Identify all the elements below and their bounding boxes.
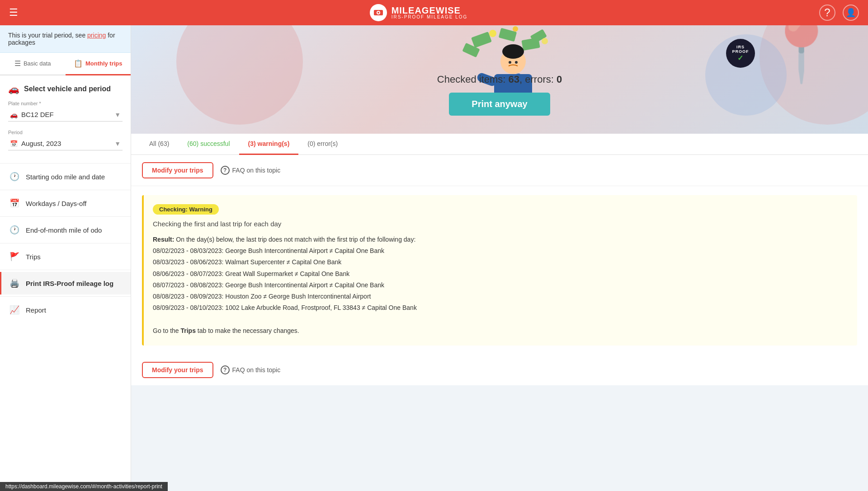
svg-point-12: [502, 44, 524, 59]
modify-trips-button-bottom[interactable]: Modify your trips: [142, 362, 213, 378]
filter-tabs: All (63) (60) successful (3) warning(s) …: [131, 134, 868, 155]
plate-select[interactable]: 🚗 BC12 DEF ▼: [8, 108, 123, 122]
warning-item-3: 08/07/2023 - 08/08/2023: George Bush Int…: [153, 281, 384, 289]
filter-warnings-label: (3) warning(s): [248, 140, 290, 147]
proof-text: PROOF: [732, 49, 749, 54]
faq-label-top: FAQ on this topic: [232, 167, 281, 174]
main-content: 📍: [131, 25, 868, 491]
print-anyway-button[interactable]: Print anyway: [449, 93, 550, 116]
sidebar-tabs: ☰ Basic data 📋 Monthly trips: [0, 53, 131, 75]
filter-tab-successful[interactable]: (60) successful: [178, 134, 239, 155]
sidebar-divider-2: [0, 190, 131, 190]
filter-successful-label: (60) successful: [187, 140, 230, 147]
period-select-inner: 📅 August, 2023: [10, 140, 61, 147]
period-chevron-icon: ▼: [114, 140, 121, 147]
footer-text-after: tab to make the necessary changes.: [196, 327, 299, 334]
warning-item-1: 08/03/2023 - 08/06/2023: Walmart Superce…: [153, 258, 341, 266]
starting-odo-label: Starting odo mile and date: [26, 173, 105, 181]
trips-tab-link[interactable]: Trips: [180, 327, 195, 334]
basic-data-tab-icon: ☰: [14, 59, 21, 68]
trips-label: Trips: [26, 253, 41, 261]
sidebar-item-starting-odo[interactable]: 🕐 Starting odo mile and date: [0, 165, 131, 188]
status-bar: https://dashboard.mileagewise.com/#/mont…: [0, 482, 168, 491]
errors-label: , errors:: [519, 74, 557, 85]
warning-item-2: 08/06/2023 - 08/07/2023: Great Wall Supe…: [153, 270, 349, 277]
hamburger-icon[interactable]: ☰: [9, 7, 18, 19]
workdays-label: Workdays / Days-off: [26, 200, 87, 207]
sidebar-divider-6: [0, 296, 131, 297]
svg-point-8: [489, 30, 496, 37]
filter-errors-label: (0) error(s): [307, 140, 338, 147]
plate-number-field: Plate number * 🚗 BC12 DEF ▼: [8, 101, 123, 122]
period-label: Period: [8, 130, 123, 135]
sidebar-nav: 🕐 Starting odo mile and date 📅 Workdays …: [0, 165, 131, 321]
svg-point-20: [509, 61, 511, 64]
warning-badge: Checking: Warning: [153, 204, 219, 215]
plate-chevron-icon: ▼: [114, 111, 121, 118]
sidebar-item-workdays[interactable]: 📅 Workdays / Days-off: [0, 192, 131, 215]
odometer-icon: 🕐: [9, 225, 19, 235]
checked-count: 63: [509, 74, 519, 85]
section-title-text: Select vehicle and period: [24, 85, 111, 93]
clock-icon: 🕐: [9, 172, 19, 182]
period-select[interactable]: 📅 August, 2023 ▼: [8, 137, 123, 150]
sidebar-item-end-of-month[interactable]: 🕐 End-of-month mile of odo: [0, 219, 131, 241]
faq-circle-icon: ?: [221, 166, 230, 175]
filter-tab-all[interactable]: All (63): [140, 134, 178, 155]
warning-section: Checking: Warning Checking the first and…: [142, 195, 857, 346]
tab-basic-data[interactable]: ☰ Basic data: [0, 53, 66, 75]
sidebar-divider-4: [0, 243, 131, 243]
car-icon: 🚗: [8, 84, 19, 94]
status-url: https://dashboard.mileagewise.com/#/mont…: [5, 483, 162, 490]
faq-link-top[interactable]: ? FAQ on this topic: [221, 166, 281, 175]
brand-sub: IRS-PROOF MILEAGE LOG: [392, 15, 468, 19]
brand-text: MILEAGEWISE IRS-PROOF MILEAGE LOG: [392, 6, 468, 19]
warning-item-4: 08/08/2023 - 08/09/2023: Houston Zoo ≠ G…: [153, 293, 371, 300]
filter-tab-errors[interactable]: (0) error(s): [298, 134, 347, 155]
footer-text-before: Go to the: [153, 327, 180, 334]
plate-select-inner: 🚗 BC12 DEF: [10, 111, 54, 118]
pricing-link[interactable]: pricing: [87, 32, 106, 39]
irs-check-icon: ✓: [737, 54, 744, 62]
warning-item-5: 08/09/2023 - 08/10/2023: 1002 Lake Arbuc…: [153, 304, 417, 311]
faq-circle-icon-bottom: ?: [221, 365, 230, 374]
bottom-action-bar: Modify your trips ? FAQ on this topic: [131, 355, 868, 385]
hero-section: 📍: [131, 25, 868, 134]
navbar-left: ☰: [9, 7, 18, 19]
navbar-right: ? 👤: [819, 5, 859, 21]
top-action-bar: Modify your trips ? FAQ on this topic: [131, 155, 868, 186]
warning-result: Result: On the day(s) below, the last tr…: [153, 234, 848, 337]
plate-value: BC12 DEF: [21, 111, 54, 118]
faq-label-bottom: FAQ on this topic: [232, 366, 281, 374]
filter-all-label: All (63): [149, 140, 169, 147]
irs-proof-badge: IRS PROOF ✓: [726, 39, 755, 68]
end-of-month-label: End-of-month mile of odo: [26, 226, 102, 234]
errors-count: 0: [557, 74, 562, 85]
sidebar-divider-3: [0, 216, 131, 217]
sidebar-item-trips[interactable]: 🚩 Trips: [0, 245, 131, 268]
result-text: On the day(s) below, the last trip does …: [174, 236, 415, 243]
svg-point-9: [513, 26, 518, 32]
sidebar-item-print-log[interactable]: 🖨️ Print IRS-Proof mileage log: [0, 272, 131, 295]
monthly-trips-tab-icon: 📋: [74, 59, 83, 68]
user-avatar-icon[interactable]: 👤: [843, 5, 859, 21]
trial-banner: This is your trial period, see pricing f…: [0, 25, 131, 53]
report-label: Report: [26, 306, 46, 314]
faq-link-bottom[interactable]: ? FAQ on this topic: [221, 365, 281, 374]
section-title: 🚗 Select vehicle and period: [8, 84, 123, 94]
help-icon[interactable]: ?: [819, 5, 835, 21]
vehicle-period-section: 🚗 Select vehicle and period Plate number…: [0, 75, 131, 161]
warning-item-0: 08/02/2023 - 08/03/2023: George Bush Int…: [153, 247, 384, 254]
modify-trips-button-top[interactable]: Modify your trips: [142, 162, 213, 178]
calendar-icon: 📅: [10, 140, 18, 147]
period-field: Period 📅 August, 2023 ▼: [8, 130, 123, 150]
print-log-label: Print IRS-Proof mileage log: [26, 280, 113, 287]
sidebar-divider-5: [0, 270, 131, 270]
tab-monthly-trips[interactable]: 📋 Monthly trips: [66, 53, 131, 75]
sidebar-item-report[interactable]: 📈 Report: [0, 299, 131, 321]
filter-tab-warnings[interactable]: (3) warning(s): [239, 134, 299, 155]
irs-text: IRS: [736, 45, 745, 49]
svg-point-21: [515, 61, 518, 64]
result-label: Result:: [153, 236, 174, 243]
content-area: Modify your trips ? FAQ on this topic Ch…: [131, 155, 868, 385]
